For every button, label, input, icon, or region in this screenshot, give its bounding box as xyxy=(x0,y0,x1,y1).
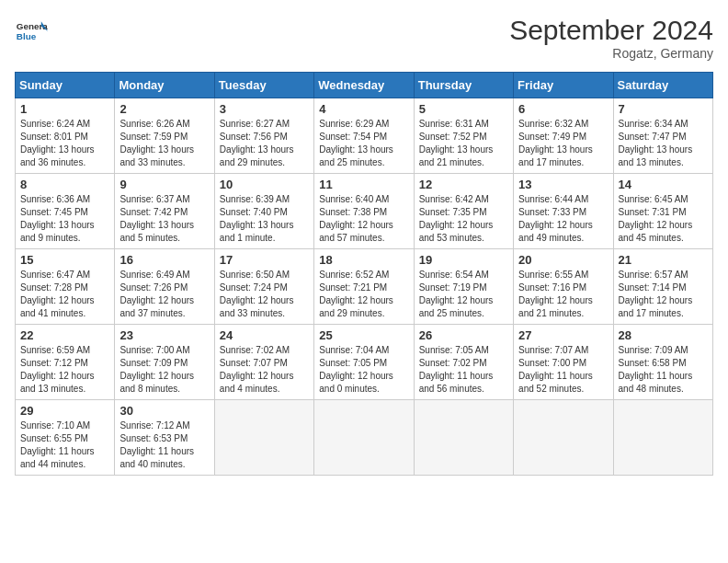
day-number: 12 xyxy=(419,178,508,191)
weekday-header-friday: Friday xyxy=(514,73,613,98)
calendar-cell: 10 Sunrise: 6:39 AMSunset: 7:40 PMDaylig… xyxy=(214,174,313,249)
calendar-cell xyxy=(214,400,313,476)
weekday-header-sunday: Sunday xyxy=(16,73,115,98)
month-year: September 2024 xyxy=(509,15,713,46)
day-number: 16 xyxy=(119,253,209,267)
cell-info: Sunrise: 6:40 AMSunset: 7:38 PMDaylight:… xyxy=(319,194,393,243)
day-number: 19 xyxy=(419,253,508,267)
cell-info: Sunrise: 6:29 AMSunset: 7:54 PMDaylight:… xyxy=(319,119,393,167)
day-number: 15 xyxy=(20,253,109,267)
cell-info: Sunrise: 6:26 AMSunset: 7:59 PMDaylight:… xyxy=(119,119,194,167)
cell-info: Sunrise: 6:52 AMSunset: 7:21 PMDaylight:… xyxy=(319,270,393,318)
cell-info: Sunrise: 6:47 AMSunset: 7:28 PMDaylight:… xyxy=(20,270,95,318)
calendar-week-5: 29 Sunrise: 7:10 AMSunset: 6:55 PMDaylig… xyxy=(16,400,713,476)
cell-info: Sunrise: 7:05 AMSunset: 7:02 PMDaylight:… xyxy=(419,345,494,394)
weekday-header-saturday: Saturday xyxy=(613,73,712,98)
day-number: 11 xyxy=(319,178,408,191)
day-number: 13 xyxy=(518,178,608,191)
calendar-cell: 30 Sunrise: 7:12 AMSunset: 6:53 PMDaylig… xyxy=(115,400,214,476)
calendar-cell: 1 Sunrise: 6:24 AMSunset: 8:01 PMDayligh… xyxy=(16,98,115,174)
calendar-table: SundayMondayTuesdayWednesdayThursdayFrid… xyxy=(15,72,713,476)
cell-info: Sunrise: 7:07 AMSunset: 7:00 PMDaylight:… xyxy=(518,345,593,394)
calendar-cell: 11 Sunrise: 6:40 AMSunset: 7:38 PMDaylig… xyxy=(314,174,414,249)
calendar-cell: 29 Sunrise: 7:10 AMSunset: 6:55 PMDaylig… xyxy=(16,400,115,476)
calendar-cell: 6 Sunrise: 6:32 AMSunset: 7:49 PMDayligh… xyxy=(514,98,613,174)
calendar-cell: 27 Sunrise: 7:07 AMSunset: 7:00 PMDaylig… xyxy=(514,325,613,400)
day-number: 17 xyxy=(220,253,309,267)
weekday-header-thursday: Thursday xyxy=(414,73,513,98)
calendar-cell: 20 Sunrise: 6:55 AMSunset: 7:16 PMDaylig… xyxy=(514,249,613,325)
day-number: 9 xyxy=(119,178,209,191)
calendar-cell xyxy=(613,400,712,476)
calendar-cell: 4 Sunrise: 6:29 AMSunset: 7:54 PMDayligh… xyxy=(314,98,414,174)
calendar-week-4: 22 Sunrise: 6:59 AMSunset: 7:12 PMDaylig… xyxy=(16,325,713,400)
logo: General Blue xyxy=(15,15,48,48)
day-number: 10 xyxy=(220,178,309,191)
calendar-cell: 5 Sunrise: 6:31 AMSunset: 7:52 PMDayligh… xyxy=(414,98,513,174)
day-number: 3 xyxy=(220,102,309,116)
weekday-header-row: SundayMondayTuesdayWednesdayThursdayFrid… xyxy=(16,73,713,98)
calendar-cell xyxy=(514,400,613,476)
calendar-cell: 2 Sunrise: 6:26 AMSunset: 7:59 PMDayligh… xyxy=(115,98,214,174)
calendar-cell: 26 Sunrise: 7:05 AMSunset: 7:02 PMDaylig… xyxy=(414,325,513,400)
calendar-cell: 28 Sunrise: 7:09 AMSunset: 6:58 PMDaylig… xyxy=(613,325,712,400)
svg-text:Blue: Blue xyxy=(17,31,37,41)
cell-info: Sunrise: 6:50 AMSunset: 7:24 PMDaylight:… xyxy=(220,270,294,318)
calendar-cell: 25 Sunrise: 7:04 AMSunset: 7:05 PMDaylig… xyxy=(314,325,414,400)
day-number: 6 xyxy=(518,102,608,116)
logo-icon: General Blue xyxy=(15,15,48,48)
calendar-cell: 22 Sunrise: 6:59 AMSunset: 7:12 PMDaylig… xyxy=(16,325,115,400)
cell-info: Sunrise: 7:09 AMSunset: 6:58 PMDaylight:… xyxy=(619,345,693,394)
day-number: 21 xyxy=(619,253,708,267)
cell-info: Sunrise: 6:36 AMSunset: 7:45 PMDaylight:… xyxy=(20,194,95,243)
page-header: General Blue September 2024 Rogatz, Germ… xyxy=(15,15,713,61)
cell-info: Sunrise: 6:42 AMSunset: 7:35 PMDaylight:… xyxy=(419,194,494,243)
cell-info: Sunrise: 6:59 AMSunset: 7:12 PMDaylight:… xyxy=(20,345,95,394)
day-number: 29 xyxy=(20,404,109,418)
calendar-cell: 21 Sunrise: 6:57 AMSunset: 7:14 PMDaylig… xyxy=(613,249,712,325)
weekday-header-tuesday: Tuesday xyxy=(214,73,313,98)
title-block: September 2024 Rogatz, Germany xyxy=(509,15,713,61)
calendar-cell: 17 Sunrise: 6:50 AMSunset: 7:24 PMDaylig… xyxy=(214,249,313,325)
day-number: 2 xyxy=(119,102,209,116)
cell-info: Sunrise: 6:54 AMSunset: 7:19 PMDaylight:… xyxy=(419,270,494,318)
day-number: 30 xyxy=(119,404,209,418)
cell-info: Sunrise: 7:10 AMSunset: 6:55 PMDaylight:… xyxy=(20,420,95,469)
calendar-cell: 3 Sunrise: 6:27 AMSunset: 7:56 PMDayligh… xyxy=(214,98,313,174)
cell-info: Sunrise: 6:24 AMSunset: 8:01 PMDaylight:… xyxy=(20,119,95,167)
cell-info: Sunrise: 7:02 AMSunset: 7:07 PMDaylight:… xyxy=(220,345,294,394)
calendar-header: SundayMondayTuesdayWednesdayThursdayFrid… xyxy=(16,73,713,98)
calendar-week-2: 8 Sunrise: 6:36 AMSunset: 7:45 PMDayligh… xyxy=(16,174,713,249)
calendar-cell: 16 Sunrise: 6:49 AMSunset: 7:26 PMDaylig… xyxy=(115,249,214,325)
calendar-cell: 7 Sunrise: 6:34 AMSunset: 7:47 PMDayligh… xyxy=(613,98,712,174)
day-number: 4 xyxy=(319,102,408,116)
calendar-cell: 18 Sunrise: 6:52 AMSunset: 7:21 PMDaylig… xyxy=(314,249,414,325)
calendar-cell: 23 Sunrise: 7:00 AMSunset: 7:09 PMDaylig… xyxy=(115,325,214,400)
calendar-week-3: 15 Sunrise: 6:47 AMSunset: 7:28 PMDaylig… xyxy=(16,249,713,325)
weekday-header-monday: Monday xyxy=(115,73,214,98)
cell-info: Sunrise: 6:55 AMSunset: 7:16 PMDaylight:… xyxy=(518,270,593,318)
calendar-cell: 14 Sunrise: 6:45 AMSunset: 7:31 PMDaylig… xyxy=(613,174,712,249)
location: Rogatz, Germany xyxy=(509,46,713,61)
day-number: 1 xyxy=(20,102,109,116)
calendar-body: 1 Sunrise: 6:24 AMSunset: 8:01 PMDayligh… xyxy=(16,98,713,476)
cell-info: Sunrise: 6:45 AMSunset: 7:31 PMDaylight:… xyxy=(619,194,693,243)
cell-info: Sunrise: 6:34 AMSunset: 7:47 PMDaylight:… xyxy=(619,119,693,167)
day-number: 26 xyxy=(419,328,508,342)
calendar-cell xyxy=(414,400,513,476)
cell-info: Sunrise: 7:12 AMSunset: 6:53 PMDaylight:… xyxy=(119,420,194,469)
cell-info: Sunrise: 7:04 AMSunset: 7:05 PMDaylight:… xyxy=(319,345,393,394)
day-number: 8 xyxy=(20,178,109,191)
day-number: 28 xyxy=(619,328,708,342)
cell-info: Sunrise: 6:44 AMSunset: 7:33 PMDaylight:… xyxy=(518,194,593,243)
day-number: 7 xyxy=(619,102,708,116)
cell-info: Sunrise: 7:00 AMSunset: 7:09 PMDaylight:… xyxy=(119,345,194,394)
calendar-cell xyxy=(314,400,414,476)
cell-info: Sunrise: 6:31 AMSunset: 7:52 PMDaylight:… xyxy=(419,119,494,167)
weekday-header-wednesday: Wednesday xyxy=(314,73,414,98)
calendar-cell: 12 Sunrise: 6:42 AMSunset: 7:35 PMDaylig… xyxy=(414,174,513,249)
cell-info: Sunrise: 6:37 AMSunset: 7:42 PMDaylight:… xyxy=(119,194,194,243)
day-number: 25 xyxy=(319,328,408,342)
cell-info: Sunrise: 6:49 AMSunset: 7:26 PMDaylight:… xyxy=(119,270,194,318)
day-number: 27 xyxy=(518,328,608,342)
